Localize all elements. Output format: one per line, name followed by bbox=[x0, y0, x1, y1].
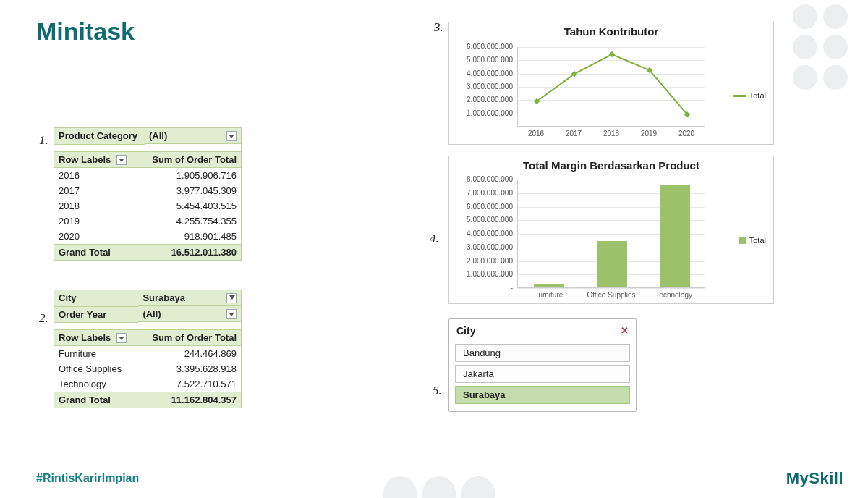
dropdown-icon[interactable] bbox=[226, 131, 237, 141]
pivot1-col-b: Sum of Order Total bbox=[145, 151, 241, 168]
y-tick-label: 4.000.000.000 bbox=[451, 69, 513, 77]
pivot-table-product: City Surabaya Order Year (All) Row Label… bbox=[54, 290, 242, 408]
legend-label: Total bbox=[749, 91, 766, 100]
section-number-5: 5. bbox=[433, 384, 442, 398]
pivot-row-label: Technology bbox=[54, 376, 138, 392]
pivot-row-label: Furniture bbox=[54, 346, 138, 362]
dropdown-icon[interactable] bbox=[226, 309, 237, 319]
svg-rect-2 bbox=[609, 51, 615, 57]
pivot-row-label: 2016 bbox=[54, 168, 145, 184]
chart-plot-area bbox=[517, 47, 705, 127]
pivot2-col-b: Sum of Order Total bbox=[138, 329, 241, 346]
pivot1-filter-name: Product Category bbox=[54, 128, 145, 144]
pivot-grand-value: 16.512.011.380 bbox=[145, 245, 241, 261]
y-tick-label: 8.000.000.000 bbox=[451, 175, 513, 183]
x-tick-label: 2018 bbox=[597, 130, 626, 138]
y-tick-label: 5.000.000.000 bbox=[451, 56, 513, 64]
slicer-city: City ✕ BandungJakartaSurabaya bbox=[448, 318, 637, 412]
deco-circle bbox=[793, 35, 817, 59]
deco-circle bbox=[823, 35, 848, 59]
pivot2-filter2-value: (All) bbox=[142, 308, 161, 319]
pivot2-filter1-name: City bbox=[54, 290, 138, 306]
chart-title: Total Margin Berdasarkan Product bbox=[449, 156, 773, 172]
y-tick-label: 1.000.000.000 bbox=[451, 270, 513, 278]
pivot-row-label: 2018 bbox=[54, 198, 145, 214]
y-tick-label: 3.000.000.000 bbox=[451, 83, 513, 90]
y-tick-label: 2.000.000.000 bbox=[451, 96, 513, 104]
chart-line-tahun-kontributor: Tahun Kontributor -1.000.000.0002.000.00… bbox=[448, 22, 774, 145]
y-tick-label: 1.000.000.000 bbox=[451, 109, 513, 117]
y-tick-label: - bbox=[451, 284, 513, 292]
deco-circle bbox=[793, 65, 817, 90]
page-title: Minitask bbox=[36, 17, 135, 46]
x-tick-label: Technology bbox=[645, 291, 703, 299]
chart-legend: Total bbox=[739, 236, 766, 245]
pivot-row-value: 3.977.045.309 bbox=[145, 183, 241, 198]
y-tick-label: 5.000.000.000 bbox=[451, 216, 513, 224]
footer-hashtag: #RintisKarirImpian bbox=[36, 472, 139, 485]
slicer-item[interactable]: Surabaya bbox=[455, 386, 630, 404]
slicer-title: City bbox=[456, 325, 475, 337]
pivot2-filter1-value: Surabaya bbox=[142, 292, 185, 303]
y-tick-label: - bbox=[451, 122, 513, 130]
pivot1-filter-value: (All) bbox=[149, 130, 167, 141]
section-number-2: 2. bbox=[39, 311, 48, 326]
x-tick-label: Furniture bbox=[519, 291, 577, 299]
pivot-row-value: 3.395.628.918 bbox=[138, 361, 241, 376]
y-tick-label: 7.000.000.000 bbox=[451, 189, 513, 197]
x-tick-label: Office Supplies bbox=[582, 291, 640, 299]
chart-title: Tahun Kontributor bbox=[449, 22, 773, 38]
y-tick-label: 3.000.000.000 bbox=[451, 243, 513, 251]
filter-icon[interactable] bbox=[226, 293, 237, 303]
x-tick-label: 2016 bbox=[522, 130, 550, 138]
chart-bar-margin-product: Total Margin Berdasarkan Product -1.000.… bbox=[448, 156, 774, 304]
deco-pill bbox=[422, 476, 456, 498]
clear-filter-icon[interactable]: ✕ bbox=[621, 325, 629, 337]
pivot-row-value: 1.905.906.716 bbox=[145, 168, 241, 184]
bar bbox=[660, 185, 690, 287]
chart-plot-area bbox=[517, 180, 705, 288]
pivot2-filter2-name: Order Year bbox=[54, 306, 138, 322]
deco-circle bbox=[823, 4, 848, 29]
pivot-row-label: 2020 bbox=[54, 229, 145, 245]
deco-pill bbox=[383, 476, 417, 498]
x-tick-label: 2020 bbox=[672, 130, 701, 138]
dropdown-icon[interactable] bbox=[116, 333, 127, 343]
legend-swatch bbox=[739, 237, 746, 244]
pivot-row-label: Office Supplies bbox=[54, 361, 138, 376]
pivot-row-value: 4.255.754.355 bbox=[145, 214, 241, 229]
y-tick-label: 2.000.000.000 bbox=[451, 257, 513, 265]
pivot-grand-label: Grand Total bbox=[54, 392, 138, 408]
deco-circle bbox=[823, 65, 848, 90]
brand-logo: MySkill bbox=[786, 469, 843, 488]
legend-swatch bbox=[733, 95, 746, 97]
bar bbox=[534, 284, 564, 287]
pivot-grand-value: 11.162.804.357 bbox=[138, 392, 241, 408]
x-tick-label: 2019 bbox=[634, 130, 663, 138]
deco-circle bbox=[793, 4, 817, 29]
deco-pill bbox=[461, 476, 495, 498]
slicer-item[interactable]: Bandung bbox=[455, 344, 630, 362]
pivot2-col-a: Row Labels bbox=[59, 332, 111, 343]
bar bbox=[597, 241, 627, 287]
pivot-row-value: 918.901.485 bbox=[145, 229, 241, 245]
dropdown-icon[interactable] bbox=[116, 155, 127, 165]
section-number-1: 1. bbox=[39, 133, 48, 148]
y-tick-label: 4.000.000.000 bbox=[451, 229, 513, 237]
pivot-row-value: 5.454.403.515 bbox=[145, 198, 241, 214]
y-tick-label: 6.000.000.000 bbox=[451, 43, 513, 51]
pivot-row-value: 7.522.710.571 bbox=[138, 376, 241, 392]
legend-label: Total bbox=[749, 236, 766, 245]
slicer-item[interactable]: Jakarta bbox=[455, 365, 630, 383]
section-number-3: 3. bbox=[434, 20, 443, 35]
x-tick-label: 2017 bbox=[559, 130, 588, 138]
pivot-row-label: 2019 bbox=[54, 214, 145, 229]
pivot-row-value: 244.464.869 bbox=[138, 346, 241, 362]
y-tick-label: 6.000.000.000 bbox=[451, 203, 513, 211]
chart-legend: Total bbox=[733, 91, 766, 100]
pivot-grand-label: Grand Total bbox=[54, 245, 145, 261]
pivot-table-year: Product Category (All) Row Labels Sum of… bbox=[54, 127, 242, 261]
section-number-4: 4. bbox=[430, 232, 439, 246]
pivot1-col-a: Row Labels bbox=[59, 154, 111, 165]
pivot-row-label: 2017 bbox=[54, 183, 145, 198]
